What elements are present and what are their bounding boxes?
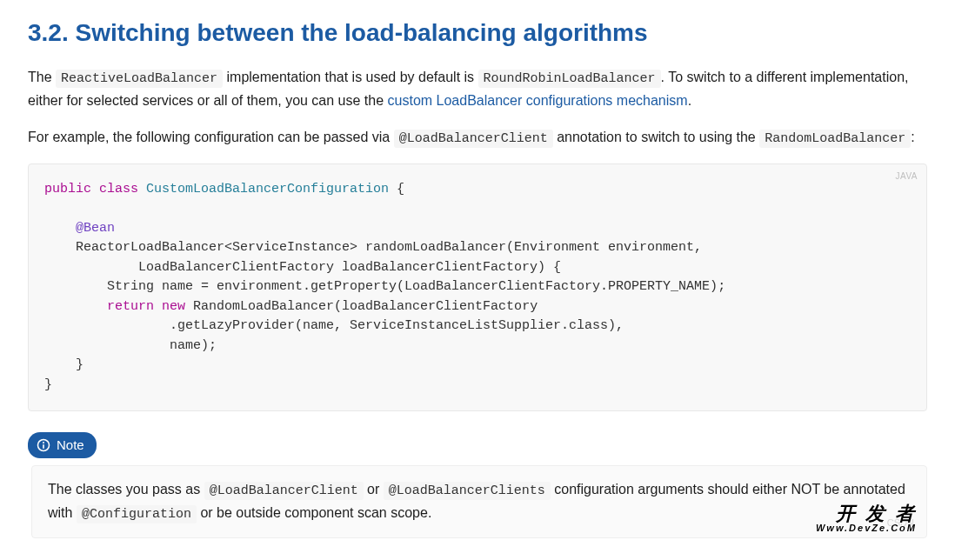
class-name: CustomLoadBalancerConfiguration [146,182,389,197]
text: : [911,130,914,144]
code-block: JAVA public class CustomLoadBalancerConf… [28,163,927,412]
keyword-class: class [99,182,138,197]
link-custom-loadbalancer-config[interactable]: custom LoadBalancer configurations mecha… [388,93,688,108]
code-line: name); [44,338,217,353]
code-line: } [44,357,83,372]
paragraph-1: The ReactiveLoadBalancer implementation … [28,66,927,112]
keyword-public: public [44,182,91,197]
code-inline-reactive-loadbalancer: ReactiveLoadBalancer [56,70,223,88]
text: . [688,93,691,108]
code-line: RandomLoadBalancer(loadBalancerClientFac… [185,299,538,314]
svg-rect-2 [43,444,44,449]
keyword-return: return [107,299,154,314]
code-line: .getLazyProvider(name, ServiceInstanceLi… [44,318,624,333]
note-label: Note [57,435,84,456]
text: annotation to switch to using the [553,130,759,144]
code-line: String name = environment.getProperty(Lo… [44,279,725,294]
paragraph-2: For example, the following configuration… [28,126,927,150]
annotation-bean: @Bean [76,221,115,236]
text: { [389,182,404,197]
section-heading: 3.2. Switching between the load-balancin… [28,17,927,49]
note-block: Note The classes you pass as @LoadBalanc… [28,432,927,538]
code-content: public class CustomLoadBalancerConfigura… [44,180,911,396]
watermark-csdn: CSDN [887,516,914,531]
text: implementation that is used by default i… [223,70,478,84]
code-line: ReactorLoadBalancer<ServiceInstance> ran… [44,240,702,255]
note-badge: Note [28,432,97,458]
svg-point-1 [43,442,44,443]
info-icon [37,438,50,452]
code-inline-random-loadbalancer: RandomLoadBalancer [759,130,911,148]
code-inline-round-robin: RoundRobinLoadBalancer [478,70,661,88]
text: The [28,70,56,84]
text: or [364,482,384,497]
code-inline-lbc: @LoadBalancerClient [204,482,364,500]
code-line: } [44,377,52,392]
text: or be outside component scan scope. [197,505,431,520]
keyword-new: new [162,299,185,314]
code-inline-lbcs: @LoadBalancerClients [384,482,551,500]
text: For example, the following configuration… [28,130,394,144]
code-language-label: JAVA [895,170,918,183]
code-line: LoadBalancerClientFactory loadBalancerCl… [44,260,561,275]
code-inline-annotation: @LoadBalancerClient [394,130,553,148]
note-body: The classes you pass as @LoadBalancerCli… [31,465,927,538]
code-inline-configuration: @Configuration [77,505,197,523]
text: The classes you pass as [48,482,204,497]
